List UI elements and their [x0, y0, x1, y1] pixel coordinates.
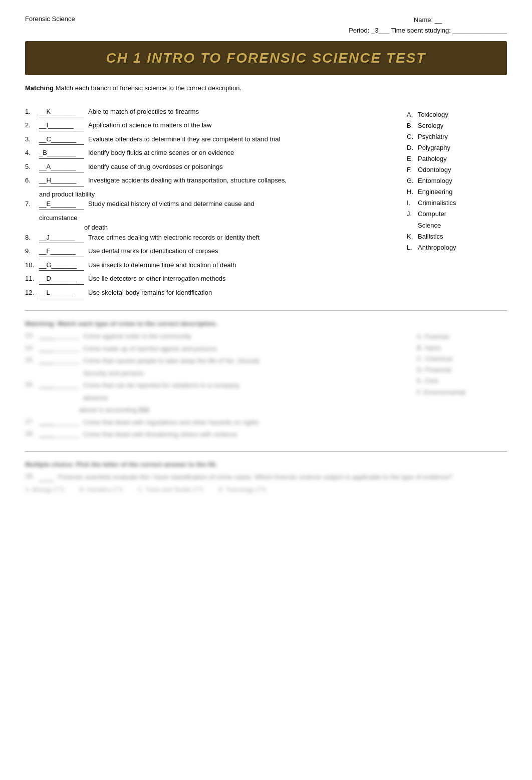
question-6: 6. __H_______ Investigate accidents deal… — [25, 175, 397, 186]
subject-label: Forensic Science — [25, 15, 75, 23]
ans-g: G. Entomology — [407, 175, 507, 186]
question-12: 12. __L_______ Use skeletal body remains… — [25, 288, 397, 299]
q-text-5: Identify cause of drug overdoses or pois… — [88, 162, 223, 172]
q-num-3: 3. — [25, 134, 39, 144]
question-8: 8. __J_______ Trace crimes dealing with … — [25, 233, 397, 244]
ans-b: B. Serology — [407, 120, 507, 131]
question-10: 10. __G_______ Use insects to determine … — [25, 260, 397, 271]
ans-e: E. Pathology — [407, 153, 507, 164]
q-num-9: 9. — [25, 246, 39, 256]
q-blank-8: __J_______ — [39, 233, 84, 244]
matching-section: 1. __K_______ Able to match of projectil… — [25, 107, 507, 302]
q-num-10: 10. — [25, 260, 39, 270]
q-blank-2: __I_______ — [39, 120, 84, 131]
q-blank-12: __L_______ — [39, 288, 84, 299]
question-5: 5. __A_______ Identify cause of drug ove… — [25, 162, 397, 173]
blurred3-q19: 19. ____ Forensic scientists evaluate th… — [25, 472, 507, 483]
name-label: Name: __ — [349, 15, 507, 26]
blurred2-q13: 13. ____ Crime against order in the comm… — [25, 331, 407, 341]
blurred2-answers: A. Forensic B. Injury C. Chemical D. Fin… — [417, 331, 507, 442]
blurred-section-3: Multiple choice: Pick the letter of the … — [25, 461, 507, 494]
q-num-2: 2. — [25, 120, 39, 130]
blurred2-q16: 16. ____ Crime that can be reported for … — [25, 380, 407, 391]
q-text-2: Application of science to matters of the… — [88, 120, 211, 130]
q-num-1: 1. — [25, 107, 39, 117]
blurred-section-2: Matching: Match each type of crime to th… — [25, 320, 507, 442]
q-text-7: Study medical history of victims and det… — [88, 199, 254, 209]
question-2: 2. __I_______ Application of science to … — [25, 120, 397, 131]
ans-i: I. Criminalistics — [407, 198, 507, 209]
q-num-12: 12. — [25, 288, 39, 298]
section1-instructions: Matching Match each branch of forensic s… — [25, 84, 507, 92]
blurred2-q14: 14. ____ Crime made up of harmful agents… — [25, 344, 407, 354]
section-divider-1 — [25, 310, 507, 311]
questions-list: 1. __K_______ Able to match of projectil… — [25, 107, 397, 302]
blurred2-q16-sub: absence — [25, 393, 407, 403]
question-3: 3. __C_______ Evaluate offenders to dete… — [25, 134, 397, 145]
ans-a: A. Toxicology — [407, 109, 507, 120]
question-11: 11. __D_______ Use lie detectors or othe… — [25, 274, 397, 285]
period-label: Period: _3___ Time spent studying: _____… — [349, 26, 507, 36]
q-num-5: 5. — [25, 162, 39, 172]
blurred2-layout: 13. ____ Crime against order in the comm… — [25, 331, 507, 442]
q-text-6: Investigate accidents dealing with trans… — [88, 175, 287, 185]
blurred3-title: Multiple choice: Pick the letter of the … — [25, 461, 507, 468]
ans-l: L. Anthropology — [407, 242, 507, 253]
section-divider-2 — [25, 451, 507, 452]
q-blank-5: __A_______ — [39, 162, 84, 173]
q-blank-4: _B________ — [39, 148, 84, 159]
q-blank-3: __C_______ — [39, 134, 84, 145]
q-text-9: Use dental marks for identification of c… — [88, 246, 218, 256]
ans-f: F. Odontology — [407, 164, 507, 175]
q-num-11: 11. — [25, 274, 39, 284]
blurred2-accounting: above is accounting $$$ — [25, 405, 407, 415]
q-blank-7: __E_______ — [39, 199, 84, 210]
ans-c: C. Psychiatry — [407, 131, 507, 142]
q-text-1: Able to match of projectiles to firearms — [88, 107, 199, 117]
banner-text: CH 1 INTRO TO FORENSIC SCIENCE TEST — [106, 50, 426, 66]
ans-k: K. Ballistics — [407, 231, 507, 242]
q-num-8: 8. — [25, 233, 39, 243]
blurred2-q18: 18. ____ Crime that deals with threateni… — [25, 430, 407, 440]
question-1: 1. __K_______ Able to match of projectil… — [25, 107, 397, 118]
section1-instruction-bold: Matching — [25, 84, 54, 92]
q-blank-6: __H_______ — [39, 175, 84, 186]
blurred3-choices: A. Biology (??) B. Genetics (??) C. Trac… — [25, 486, 507, 493]
q-num-6: 6. — [25, 175, 39, 185]
q-text-12: Use skeletal body remains for identifica… — [88, 288, 212, 298]
q-text-3: Evaluate offenders to determine if they … — [88, 134, 280, 144]
q-text-8: Trace crimes dealing with electronic rec… — [88, 233, 259, 243]
page-banner: CH 1 INTRO TO FORENSIC SCIENCE TEST — [25, 41, 507, 75]
ans-d: D. Polygraphy — [407, 142, 507, 153]
blurred2-title: Matching: Match each type of crime to th… — [25, 320, 507, 327]
ans-h: H. Engineering — [407, 186, 507, 198]
ans-j: J. ComputerScience — [407, 209, 507, 231]
q-text-4: Identify body fluids at crime scenes or … — [88, 148, 234, 158]
question-9: 9. __F_______ Use dental marks for ident… — [25, 246, 397, 257]
q-num-4: 4. — [25, 148, 39, 158]
q-text-10: Use insects to determine time and locati… — [88, 260, 236, 270]
q-text-11: Use lie detectors or other interrogation… — [88, 274, 226, 284]
question-4: 4. _B________ Identify body fluids at cr… — [25, 148, 397, 159]
blurred2-q15-sub: Security and pension — [25, 368, 407, 378]
blurred2-questions: 13. ____ Crime against order in the comm… — [25, 331, 407, 442]
name-period-block: Name: __ Period: _3___ Time spent studyi… — [349, 15, 507, 36]
blurred2-q17: 17. ____ Crime that deals with regulatio… — [25, 418, 407, 428]
subject-text: Forensic Science — [25, 15, 75, 23]
question-7-sub2: of death — [84, 223, 397, 233]
question-7: 7. __E_______ Study medical history of v… — [25, 199, 397, 210]
q-blank-9: __F_______ — [39, 246, 84, 257]
page-header: Forensic Science Name: __ Period: _3___ … — [25, 15, 507, 36]
q-blank-11: __D_______ — [39, 274, 84, 285]
section1-instruction-rest: Match each branch of forensic science to… — [54, 84, 241, 92]
q-blank-10: __G_______ — [39, 260, 84, 271]
question-7-sub1: circumstance — [39, 213, 397, 223]
q-num-7: 7. — [25, 199, 39, 209]
blurred2-q15: 15. ____ Crime that causes people to tak… — [25, 356, 407, 366]
q-blank-1: __K_______ — [39, 107, 84, 118]
question-6-sub: and product liability — [39, 189, 397, 200]
answer-choices: A. Toxicology B. Serology C. Psychiatry … — [407, 107, 507, 302]
